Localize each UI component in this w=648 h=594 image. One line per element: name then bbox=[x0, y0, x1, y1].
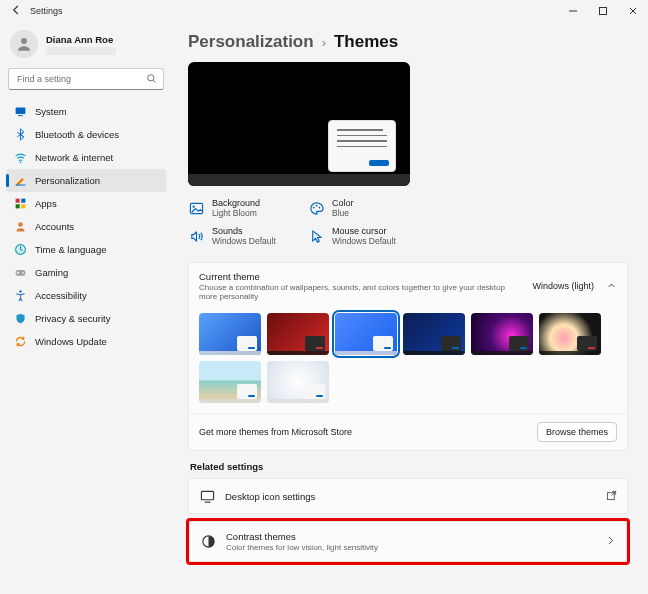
sidebar-item-accounts[interactable]: Accounts bbox=[6, 215, 166, 238]
svg-line-4 bbox=[153, 80, 155, 82]
cursor-shortcut[interactable]: Mouse cursor Windows Default bbox=[308, 226, 428, 246]
breadcrumb-parent[interactable]: Personalization bbox=[188, 32, 314, 52]
sidebar-item-personalization[interactable]: Personalization bbox=[6, 169, 166, 192]
svg-rect-9 bbox=[16, 199, 20, 203]
sidebar-item-label: Apps bbox=[35, 198, 57, 209]
cursor-label: Mouse cursor bbox=[332, 226, 396, 236]
breadcrumb-current: Themes bbox=[334, 32, 398, 52]
bluetooth-icon bbox=[14, 128, 27, 141]
system-icon bbox=[14, 105, 27, 118]
open-external-icon bbox=[606, 490, 617, 503]
sound-icon bbox=[188, 228, 204, 244]
sounds-shortcut[interactable]: Sounds Windows Default bbox=[188, 226, 308, 246]
accessibility-icon bbox=[14, 289, 27, 302]
sounds-label: Sounds bbox=[212, 226, 276, 236]
svg-point-19 bbox=[192, 205, 194, 207]
background-label: Background bbox=[212, 198, 260, 208]
background-value: Light Bloom bbox=[212, 208, 260, 218]
contrast-themes-sub: Color themes for low vision, light sensi… bbox=[226, 543, 595, 552]
titlebar: Settings bbox=[0, 0, 648, 22]
svg-rect-8 bbox=[16, 185, 26, 186]
window-title: Settings bbox=[30, 6, 63, 16]
svg-rect-1 bbox=[600, 8, 607, 15]
current-theme-title: Current theme bbox=[199, 271, 524, 282]
svg-point-3 bbox=[148, 74, 154, 80]
theme-thumb-silk[interactable] bbox=[267, 361, 329, 403]
back-button[interactable] bbox=[10, 4, 22, 18]
close-button[interactable] bbox=[618, 0, 648, 22]
search-icon bbox=[146, 73, 157, 86]
color-shortcut[interactable]: Color Blue bbox=[308, 198, 428, 218]
sidebar-item-network[interactable]: Network & internet bbox=[6, 146, 166, 169]
svg-point-22 bbox=[318, 206, 320, 208]
svg-point-2 bbox=[21, 38, 27, 44]
sidebar-item-bluetooth[interactable]: Bluetooth & devices bbox=[6, 123, 166, 146]
theme-thumb-win-light-bloom[interactable] bbox=[199, 313, 261, 355]
sounds-value: Windows Default bbox=[212, 236, 276, 246]
privacy-icon bbox=[14, 312, 27, 325]
sidebar-item-label: Windows Update bbox=[35, 336, 107, 347]
theme-thumb-flowers[interactable] bbox=[539, 313, 601, 355]
avatar bbox=[10, 30, 38, 58]
svg-rect-10 bbox=[21, 199, 25, 203]
color-value: Blue bbox=[332, 208, 354, 218]
sidebar: Diana Ann Roe SystemBluetooth & devicesN… bbox=[0, 22, 172, 594]
desktop-icon-settings-label: Desktop icon settings bbox=[225, 491, 596, 502]
personalization-icon bbox=[14, 174, 27, 187]
current-theme-card: Current theme Choose a combination of wa… bbox=[188, 262, 628, 451]
sidebar-item-privacy[interactable]: Privacy & security bbox=[6, 307, 166, 330]
image-icon bbox=[188, 200, 204, 216]
gaming-icon bbox=[14, 266, 27, 279]
color-label: Color bbox=[332, 198, 354, 208]
sidebar-item-update[interactable]: Windows Update bbox=[6, 330, 166, 353]
chevron-right-icon bbox=[605, 535, 616, 548]
cursor-value: Windows Default bbox=[332, 236, 396, 246]
annotation-highlight: Contrast themes Color themes for low vis… bbox=[186, 518, 630, 565]
sidebar-item-apps[interactable]: Apps bbox=[6, 192, 166, 215]
theme-thumb-beach[interactable] bbox=[199, 361, 261, 403]
theme-thumb-spotlight[interactable] bbox=[471, 313, 533, 355]
svg-point-16 bbox=[22, 272, 24, 274]
background-shortcut[interactable]: Background Light Bloom bbox=[188, 198, 308, 218]
theme-thumb-glow[interactable] bbox=[267, 313, 329, 355]
chevron-right-icon: › bbox=[322, 35, 326, 50]
network-icon bbox=[14, 151, 27, 164]
store-link-text: Get more themes from Microsoft Store bbox=[199, 427, 352, 437]
apps-icon bbox=[14, 197, 27, 210]
contrast-icon bbox=[200, 534, 216, 550]
update-icon bbox=[14, 335, 27, 348]
svg-rect-6 bbox=[18, 115, 23, 116]
sidebar-item-label: Gaming bbox=[35, 267, 68, 278]
sidebar-item-system[interactable]: System bbox=[6, 100, 166, 123]
theme-thumb-win-dark[interactable] bbox=[403, 313, 465, 355]
palette-icon bbox=[308, 200, 324, 216]
sidebar-item-time[interactable]: Time & language bbox=[6, 238, 166, 261]
theme-preview bbox=[188, 62, 410, 186]
current-theme-header[interactable]: Current theme Choose a combination of wa… bbox=[189, 263, 627, 307]
sidebar-item-label: Bluetooth & devices bbox=[35, 129, 119, 140]
current-theme-name: Windows (light) bbox=[532, 281, 594, 291]
related-settings-heading: Related settings bbox=[190, 461, 628, 472]
desktop-icon bbox=[199, 488, 215, 504]
search-input[interactable] bbox=[15, 73, 146, 85]
minimize-button[interactable] bbox=[558, 0, 588, 22]
sidebar-item-label: Accounts bbox=[35, 221, 74, 232]
maximize-button[interactable] bbox=[588, 0, 618, 22]
sidebar-item-label: Accessibility bbox=[35, 290, 87, 301]
browse-themes-button[interactable]: Browse themes bbox=[537, 422, 617, 442]
search-box[interactable] bbox=[8, 68, 164, 90]
sidebar-item-gaming[interactable]: Gaming bbox=[6, 261, 166, 284]
user-block[interactable]: Diana Ann Roe bbox=[10, 30, 162, 58]
sidebar-item-label: System bbox=[35, 106, 67, 117]
sidebar-item-accessibility[interactable]: Accessibility bbox=[6, 284, 166, 307]
theme-thumb-win-light[interactable] bbox=[335, 313, 397, 355]
svg-rect-23 bbox=[201, 491, 213, 499]
desktop-icon-settings-row[interactable]: Desktop icon settings bbox=[188, 478, 628, 514]
time-icon bbox=[14, 243, 27, 256]
sidebar-item-label: Time & language bbox=[35, 244, 106, 255]
contrast-themes-row[interactable]: Contrast themes Color themes for low vis… bbox=[189, 521, 627, 562]
content-area: Personalization › Themes Background bbox=[172, 22, 648, 594]
theme-thumbnails bbox=[189, 307, 627, 413]
current-theme-subtitle: Choose a combination of wallpapers, soun… bbox=[199, 283, 524, 301]
svg-rect-11 bbox=[16, 204, 20, 208]
